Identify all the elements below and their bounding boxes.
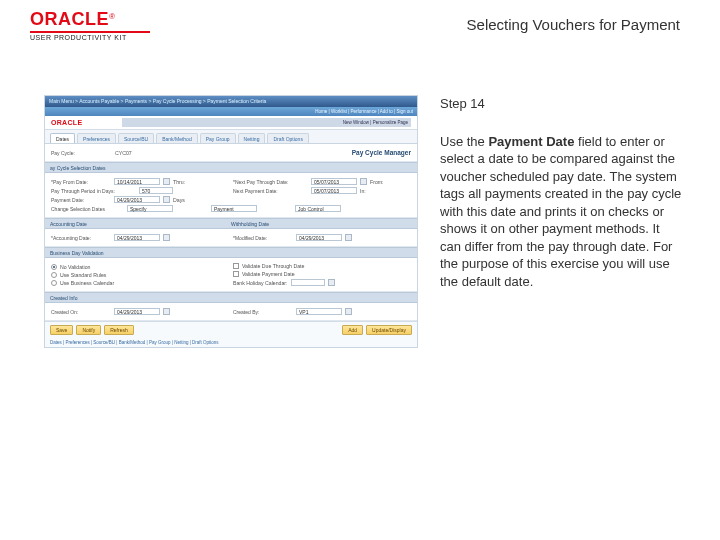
pay-from-date-input[interactable]: 10/14/2011 [114,178,160,185]
payment-date-label: Payment Date: [51,197,111,203]
pay-cycle-manager-link[interactable]: Pay Cycle Manager [352,149,411,156]
from-label: From: [370,179,384,185]
created-on-label: Created On: [51,309,111,315]
app-window: Main Menu > Accounts Payable > Payments … [44,95,418,348]
next-pay-through-date-label: *Next Pay Through Date: [233,179,308,185]
checkbox-validate-payment-date[interactable] [233,271,239,277]
checkbox-validate-due-through-label: Validate Due Through Date [242,263,304,269]
acct-dates-section: *Accounting Date: 04/29/2013 *Modified D… [45,229,417,247]
group-withholding-date: Withholding Date [231,221,412,227]
footer-buttons: Save Notify Refresh Add Update/Display [45,321,417,338]
created-info-section: Created On: 04/29/2013 Created By: VP1 [45,303,417,321]
tab-netting[interactable]: Netting [238,133,266,143]
bank-holiday-cal-input[interactable] [291,279,325,286]
change-selection-dates-label: Change Selection Dates [51,206,123,212]
pay-cycle-value: CYC07 [115,150,132,156]
selection-dates-section: *Pay From Date: 10/14/2011 Thru: *Next P… [45,173,417,218]
mini-oracle-logo: ORACLE [51,119,82,126]
next-payment-date-input[interactable]: 05/07/2013 [311,187,357,194]
modified-date-input[interactable]: 04/29/2013 [296,234,342,241]
pay-cycle-header: Pay Cycle: CYC07 Pay Cycle Manager [45,144,417,162]
bdv-section: No Validation Use Standard Rules Use Bus… [45,258,417,292]
instruction-column: Step 14 Use the Payment Date field to en… [440,95,700,348]
modified-date-label: *Modified Date: [233,235,293,241]
in-label: In: [360,188,366,194]
product-line: USER PRODUCTIVITY KIT [30,34,150,41]
app-sublinks: Home | Worklist | Performance | Add to |… [45,107,417,116]
notify-button[interactable]: Notify [76,325,101,335]
save-button[interactable]: Save [50,325,73,335]
radio-no-validation[interactable] [51,264,57,270]
payment-date-input[interactable]: 04/29/2013 [114,196,160,203]
tab-dates[interactable]: Dates [50,133,75,143]
group-business-day-validation: Business Day Validation [45,247,417,258]
radio-business-calendar[interactable] [51,280,57,286]
tab-draft-options[interactable]: Draft Options [267,133,308,143]
days-label: Days [173,197,185,203]
tab-bank-method[interactable]: Bank/Method [156,133,197,143]
pay-cycle-label: Pay Cycle: [51,150,111,156]
radio-no-validation-label: No Validation [60,264,90,270]
calendar-icon[interactable] [163,234,170,241]
radio-business-calendar-label: Use Business Calendar [60,280,114,286]
app-header-row: ORACLE New Window | Personalize Page [45,116,417,130]
toolbar-links[interactable]: New Window | Personalize Page [343,120,408,125]
app-toolbar: New Window | Personalize Page [122,118,411,127]
add-button[interactable]: Add [342,325,363,335]
trademark-icon: ® [109,12,115,21]
logo-divider [30,31,150,33]
accounting-date-label: *Accounting Date: [51,235,111,241]
oracle-wordmark: ORACLE [30,9,109,29]
change-select[interactable]: Specify [127,205,173,212]
oracle-logo: ORACLE® [30,10,150,29]
created-on-input[interactable]: 04/29/2013 [114,308,160,315]
tab-source-bu[interactable]: Source/BU [118,133,154,143]
next-payment-date-label: Next Payment Date: [233,188,308,194]
instruction-prefix: Use the [440,134,488,149]
calendar-icon[interactable] [163,308,170,315]
update-display-button[interactable]: Update/Display [366,325,412,335]
calendar-icon[interactable] [345,234,352,241]
group-acct-withhold: Accounting Date Withholding Date [45,218,417,229]
accounting-date-input[interactable]: 04/29/2013 [114,234,160,241]
calendar-icon[interactable] [163,178,170,185]
created-by-input[interactable]: VP1 [296,308,342,315]
instruction-suffix: field to enter or select a date to be co… [440,134,681,289]
tab-strip: Dates Preferences Source/BU Bank/Method … [45,130,417,144]
refresh-button[interactable]: Refresh [104,325,134,335]
instruction-text: Use the Payment Date field to enter or s… [440,133,682,291]
radio-standard-rules-label: Use Standard Rules [60,272,106,278]
embedded-screenshot: Main Menu > Accounts Payable > Payments … [44,95,418,348]
pay-through-period-input[interactable]: 570 [139,187,173,194]
page-title: Selecting Vouchers for Payment [467,10,700,33]
group-created-info: Created Info [45,292,417,303]
payment-select[interactable]: Payment [211,205,257,212]
calendar-icon[interactable] [360,178,367,185]
change-selection-dates-row: Change Selection Dates Specify Payment J… [51,205,411,212]
next-pay-through-date-input[interactable]: 05/07/2013 [311,178,357,185]
pay-through-period-label: Pay Through Period in Days: [51,188,136,194]
app-breadcrumb: Main Menu > Accounts Payable > Payments … [45,96,417,107]
job-control-select[interactable]: Job Control [295,205,341,212]
lookup-icon[interactable] [328,279,335,286]
radio-standard-rules[interactable] [51,272,57,278]
bottom-tab-links[interactable]: Dates | Preferences | Source/BU | Bank/M… [45,338,417,347]
pay-from-date-label: *Pay From Date: [51,179,111,185]
group-accounting-date: Accounting Date [50,221,231,227]
thru-label: Thru: [173,179,185,185]
bank-holiday-cal-label: Bank Holiday Calendar: [233,280,288,286]
step-label: Step 14 [440,95,682,113]
checkbox-validate-payment-date-label: Validate Payment Date [242,271,295,277]
created-by-label: Created By: [233,309,293,315]
tab-preferences[interactable]: Preferences [77,133,116,143]
tab-pay-group[interactable]: Pay Group [200,133,236,143]
instruction-strong: Payment Date [488,134,574,149]
lookup-icon[interactable] [345,308,352,315]
logo-block: ORACLE® USER PRODUCTIVITY KIT [30,10,150,41]
calendar-icon[interactable] [163,196,170,203]
checkbox-validate-due-through[interactable] [233,263,239,269]
group-selection-dates: ay Cycle Selection Dates [45,162,417,173]
